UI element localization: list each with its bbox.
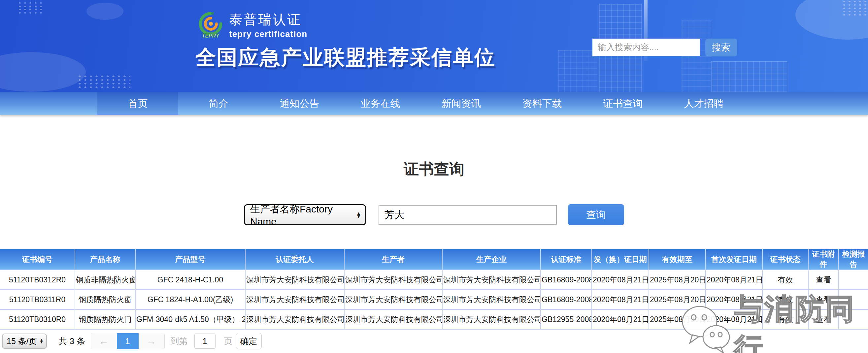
logo: TEPRY 泰普瑞认证 tepry certification: [197, 11, 307, 40]
cell-standard: GB12955-2008: [540, 310, 592, 329]
building-graphic: [711, 61, 787, 92]
cell-issue-date: 2020年08月21日: [592, 310, 649, 329]
cell-applicant: 深圳市芳大安防科技有限公司: [245, 310, 344, 329]
cell-producer: 深圳市芳大安防科技有限公司: [344, 290, 442, 310]
prev-page-button[interactable]: ←: [91, 333, 117, 349]
cell-product-model: GFC 2418-H-C1.00: [135, 270, 245, 290]
col-status: 证书状态: [763, 249, 808, 270]
col-product-name: 产品名称: [75, 249, 135, 270]
cell-product-name: 钢质隔热防火门: [75, 310, 135, 329]
cell-standard: GB16809-2008: [540, 290, 592, 310]
table-header-row: 证书编号 产品名称 产品型号 认证委托人 生产者 生产企业 认证标准 发（换）证…: [0, 249, 868, 270]
cell-producer: 深圳市芳大安防科技有限公司: [344, 310, 442, 329]
cell-valid-until: 2025年08月20日: [649, 270, 706, 290]
nav-item-certificate-query[interactable]: 证书查询: [583, 92, 663, 115]
main-nav: 首页 简介 通知公告 业务在线 新闻资讯 资料下载 证书查询 人才招聘: [0, 92, 868, 115]
ellipse-decoration: [0, 52, 86, 92]
ellipse-decoration: [87, 3, 123, 20]
dot-grid-decoration: [17, 1, 42, 14]
keyword-input[interactable]: [378, 205, 557, 225]
goto-page-input[interactable]: [194, 333, 216, 349]
dot-grid-decoration: [77, 74, 130, 89]
col-product-model: 产品型号: [135, 249, 245, 270]
page-title: 证书查询: [0, 159, 868, 180]
cell-standard: GB16809-2008: [540, 270, 592, 290]
select-arrows-icon: ▲▼: [356, 212, 361, 218]
col-first-issue-date: 首次发证日期: [706, 249, 763, 270]
query-form: 生产者名称Factory Name ▲▼ 查询: [0, 203, 868, 226]
select-arrows-icon: ▲▼: [40, 339, 43, 344]
view-attachment-link[interactable]: 查看: [808, 270, 839, 290]
arrow-left-icon: ←: [99, 335, 109, 347]
pager: ← 1 →: [91, 333, 165, 349]
col-issue-date: 发（换）证日期: [592, 249, 649, 270]
cell-test-report: [839, 270, 868, 290]
nav-item-home[interactable]: 首页: [97, 92, 178, 115]
col-producer: 生产者: [344, 249, 442, 270]
site-search-input[interactable]: [592, 39, 700, 56]
nav-item-intro[interactable]: 简介: [178, 92, 259, 115]
cell-product-name: 钢质隔热防火窗: [75, 290, 135, 310]
wechat-icon: [679, 303, 732, 353]
cell-product-model: GFM-3040-dk5 A1.50（甲级）-2: [135, 310, 245, 329]
cell-applicant: 深圳市芳大安防科技有限公司: [245, 290, 344, 310]
site-search: 搜索: [592, 39, 737, 56]
banner-title: 全国应急产业联盟推荐采信单位: [195, 43, 496, 71]
nav-item-online-business[interactable]: 业务在线: [340, 92, 421, 115]
ellipse-decoration: [796, 0, 868, 40]
col-applicant: 认证委托人: [245, 249, 344, 270]
page-size-value: 15 条/页: [7, 336, 37, 347]
nav-item-downloads[interactable]: 资料下载: [502, 92, 583, 115]
current-page-button[interactable]: 1: [117, 333, 138, 349]
search-field-select[interactable]: 生产者名称Factory Name ▲▼: [244, 204, 366, 225]
cell-issue-date: 2020年08月21日: [592, 270, 649, 290]
nav-item-news[interactable]: 新闻资讯: [421, 92, 502, 115]
goto-confirm-button[interactable]: 确定: [236, 333, 262, 349]
logo-name-cn: 泰普瑞认证: [229, 11, 307, 28]
watermark: 与消防同行: [679, 290, 868, 353]
building-graphic: [682, 21, 711, 92]
query-button[interactable]: 查询: [568, 204, 624, 225]
arrow-right-icon: →: [147, 335, 156, 347]
col-cert-no: 证书编号: [0, 249, 75, 270]
cell-factory: 深圳市芳大安防科技有限公司: [442, 290, 540, 310]
cell-cert-no: 51120TB0312R0: [0, 270, 75, 290]
goto-page-prefix-label: 到第: [170, 335, 188, 347]
next-page-button[interactable]: →: [138, 333, 164, 349]
goto-page-suffix-label: 页: [224, 335, 233, 347]
col-standard: 认证标准: [540, 249, 592, 270]
building-graphic: [558, 50, 597, 92]
col-factory: 生产企业: [442, 249, 540, 270]
site-header: TEPRY 泰普瑞认证 tepry certification 全国应急产业联盟…: [0, 0, 868, 92]
pagination: 15 条/页 ▲▼ 共 3 条 ← 1 → 到第 页 确定: [2, 332, 262, 350]
page-size-select[interactable]: 15 条/页 ▲▼: [2, 333, 47, 349]
nav-item-notices[interactable]: 通知公告: [259, 92, 340, 115]
search-field-select-value: 生产者名称Factory Name: [250, 202, 353, 227]
cell-issue-date: 2020年08月21日: [592, 290, 649, 310]
cell-applicant: 深圳市芳大安防科技有限公司: [245, 270, 344, 290]
logo-text: 泰普瑞认证 tepry certification: [229, 11, 307, 39]
cell-factory: 深圳市芳大安防科技有限公司: [442, 310, 540, 329]
svg-text:TEPRY: TEPRY: [202, 33, 219, 39]
col-test-report: 检测报告: [839, 249, 868, 270]
logo-name-en: tepry certification: [229, 29, 307, 39]
cell-product-model: GFC 1824-H-A1.00(乙级): [135, 290, 245, 310]
total-count-label: 共 3 条: [59, 335, 86, 347]
cell-status: 有效: [763, 270, 808, 290]
nav-item-recruitment[interactable]: 人才招聘: [663, 92, 744, 115]
cell-cert-no: 51120TB0310R0: [0, 310, 75, 329]
tepry-logo-icon: TEPRY: [197, 11, 224, 40]
col-valid-until: 有效期至: [649, 249, 706, 270]
table-row: 51120TB0312R0 钢质非隔热防火窗 GFC 2418-H-C1.00 …: [0, 270, 868, 290]
col-attachment: 证书附件: [808, 249, 839, 270]
cell-factory: 深圳市芳大安防科技有限公司: [442, 270, 540, 290]
cell-product-name: 钢质非隔热防火窗: [75, 270, 135, 290]
watermark-text: 与消防同行: [734, 290, 868, 353]
cell-cert-no: 51120TB0311R0: [0, 290, 75, 310]
cell-producer: 深圳市芳大安防科技有限公司: [344, 270, 442, 290]
cell-first-issue-date: 2020年08月21日: [706, 270, 763, 290]
site-search-button[interactable]: 搜索: [705, 39, 737, 56]
certificate-query-page: TEPRY 泰普瑞认证 tepry certification 全国应急产业联盟…: [0, 0, 868, 353]
